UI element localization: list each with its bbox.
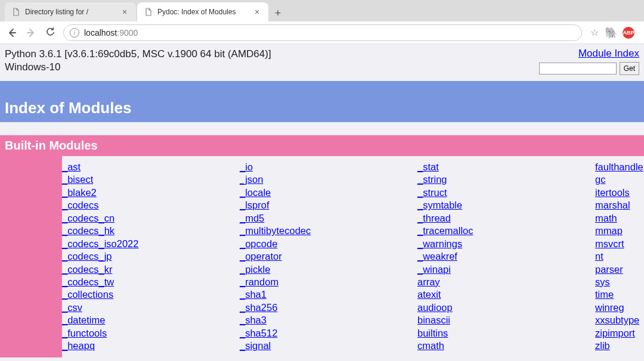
module-link[interactable]: parser [595,263,643,276]
addr-right-section: ☆ 🐘 ABP [589,27,638,39]
module-col-4: faulthandlegcitertoolsmarshalmathmmapmsv… [595,161,643,353]
module-link[interactable]: _bisect [62,173,240,186]
module-link[interactable]: _locale [240,186,417,199]
module-link[interactable]: faulthandle [595,161,643,173]
get-button[interactable]: Get [620,62,639,75]
builtin-modules-body: _ast_bisect_blake2_codecs_codecs_cn_code… [62,156,644,357]
module-link[interactable]: zipimport [595,327,643,340]
module-link[interactable]: _collections [62,288,240,301]
module-link[interactable]: _stat [417,161,595,173]
version-info: Python 3.6.1 [v3.6.1:69c0db5, MSC v.1900… [5,48,271,74]
module-link[interactable]: _lsprof [240,199,417,211]
module-columns: _ast_bisect_blake2_codecs_codecs_cn_code… [62,161,644,353]
tab-directory-listing[interactable]: Directory listing for / × [5,2,136,21]
module-link[interactable]: _operator [240,250,417,263]
module-link[interactable]: _string [417,173,595,186]
search-input[interactable] [539,63,617,74]
index-of-modules-header: Index of Modules [0,81,644,122]
url-input[interactable]: i localhost:9000 [63,24,582,41]
module-link[interactable]: _heapq [62,340,240,352]
module-col-3: _stat_string_struct_symtable_thread_trac… [417,161,595,353]
module-link[interactable]: _signal [240,340,417,352]
module-link[interactable]: _codecs_iso2022 [62,238,240,250]
tab-pydoc-index[interactable]: Pydoc: Index of Modules × [137,2,268,21]
forward-button[interactable] [25,27,37,39]
module-link[interactable]: atexit [417,288,595,301]
module-link[interactable]: marshal [595,199,643,211]
module-link[interactable]: _sha1 [240,288,417,301]
module-link[interactable]: _functools [62,327,240,340]
tab-title: Directory listing for / [25,8,120,16]
module-link[interactable]: _json [240,173,417,186]
builtin-modules-title: Built-in Modules [0,135,644,156]
bookmark-star-icon[interactable]: ☆ [589,27,600,38]
page-content: Python 3.6.1 [v3.6.1:69c0db5, MSC v.1900… [0,44,644,357]
module-link[interactable]: binascii [417,314,595,326]
module-link[interactable]: math [595,212,643,225]
module-index-link[interactable]: Module Index [578,48,639,59]
module-link[interactable]: _sha512 [240,327,417,340]
module-link[interactable]: _codecs_tw [62,276,240,288]
module-link[interactable]: nt [595,250,643,263]
tab-title: Pydoc: Index of Modules [157,8,253,16]
module-link[interactable]: builtins [417,327,595,340]
search-row: Get [539,62,639,75]
module-link[interactable]: _thread [417,212,595,225]
arrow-right-icon [26,27,36,38]
module-link[interactable]: cmath [417,340,595,352]
module-link[interactable]: _sha3 [240,314,417,326]
module-link[interactable]: _codecs_kr [62,263,240,276]
module-link[interactable]: _csv [62,301,240,314]
browser-chrome: Directory listing for / × Pydoc: Index o… [0,0,644,44]
top-info-row: Python 3.6.1 [v3.6.1:69c0db5, MSC v.1900… [0,44,644,77]
adblock-extension-icon[interactable]: ABP [623,27,634,39]
module-link[interactable]: _symtable [417,199,595,211]
module-link[interactable]: _codecs_cn [62,212,240,225]
document-icon [144,8,153,16]
tab-bar: Directory listing for / × Pydoc: Index o… [0,0,644,21]
module-link[interactable]: _pickle [240,263,417,276]
module-link[interactable]: _datetime [62,314,240,326]
module-link[interactable]: winreg [595,301,643,314]
module-link[interactable]: xxsubtype [595,314,643,326]
module-link[interactable]: _random [240,276,417,288]
module-link[interactable]: _opcode [240,238,417,250]
module-link[interactable]: _weakref [417,250,595,263]
module-link[interactable]: audioop [417,301,595,314]
module-col-1: _ast_bisect_blake2_codecs_codecs_cn_code… [62,161,240,353]
close-icon[interactable]: × [120,8,129,16]
top-right-controls: Module Index Get [539,48,639,75]
builtin-modules-section: Built-in Modules _ast_bisect_blake2_code… [0,135,644,357]
reload-button[interactable] [44,27,56,39]
url-host: localhost [84,28,117,38]
python-version-line: Python 3.6.1 [v3.6.1:69c0db5, MSC v.1900… [5,48,271,61]
module-link[interactable]: _warnings [417,238,595,250]
module-link[interactable]: _codecs_jp [62,250,240,263]
module-link[interactable]: _ast [62,161,240,173]
module-link[interactable]: _blake2 [62,186,240,199]
module-link[interactable]: msvcrt [595,238,643,250]
close-icon[interactable]: × [253,8,261,16]
back-button[interactable] [6,27,18,39]
new-tab-button[interactable]: + [270,5,286,21]
module-link[interactable]: _codecs [62,199,240,211]
module-link[interactable]: _sha256 [240,301,417,314]
module-link[interactable]: time [595,288,643,301]
site-info-icon[interactable]: i [70,28,79,38]
module-link[interactable]: zlib [595,340,643,352]
module-link[interactable]: _codecs_hk [62,225,240,237]
module-link[interactable]: array [417,276,595,288]
module-link[interactable]: itertools [595,186,643,199]
module-link[interactable]: _struct [417,186,595,199]
module-link[interactable]: _md5 [240,212,417,225]
address-bar: i localhost:9000 ☆ 🐘 ABP [0,21,644,44]
module-link[interactable]: _tracemalloc [417,225,595,237]
evernote-extension-icon[interactable]: 🐘 [606,27,617,38]
module-link[interactable]: _winapi [417,263,595,276]
module-link[interactable]: _multibytecodec [240,225,417,237]
module-link[interactable]: gc [595,173,643,186]
module-link[interactable]: _io [240,161,417,173]
module-link[interactable]: mmap [595,225,643,237]
url-port: :9000 [117,28,138,38]
module-link[interactable]: sys [595,276,643,288]
